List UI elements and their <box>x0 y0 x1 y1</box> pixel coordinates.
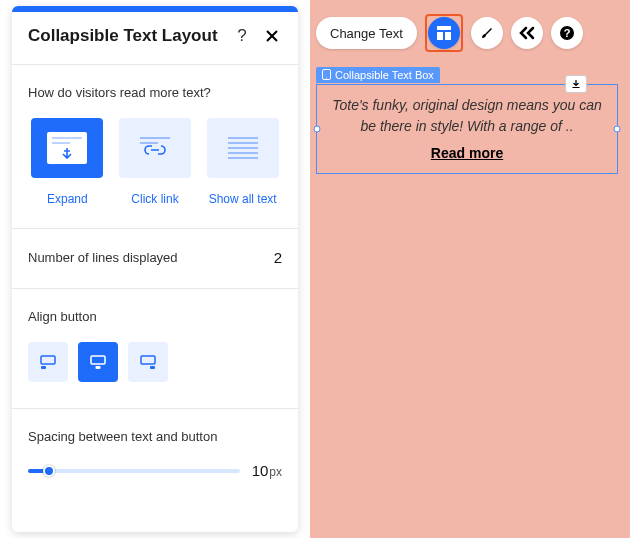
read-mode-click-link[interactable]: Click link <box>116 118 195 206</box>
svg-rect-5 <box>228 137 258 139</box>
layout-button[interactable] <box>428 17 460 49</box>
svg-rect-10 <box>41 356 55 364</box>
link-icon <box>119 118 191 178</box>
svg-rect-6 <box>228 142 258 144</box>
expand-icon <box>31 118 103 178</box>
help-icon[interactable]: ? <box>232 26 252 46</box>
svg-text:?: ? <box>563 27 570 39</box>
svg-rect-1 <box>52 137 82 139</box>
read-more-link[interactable]: Read more <box>331 145 603 161</box>
download-chip[interactable] <box>565 75 587 93</box>
align-section: Align button <box>12 289 298 408</box>
svg-rect-15 <box>150 366 155 369</box>
design-button[interactable] <box>471 17 503 49</box>
lines-section: Number of lines displayed 2 <box>12 229 298 288</box>
settings-panel: Collapsible Text Layout ? How do visitor… <box>12 6 298 532</box>
svg-rect-7 <box>228 147 258 149</box>
mode-label: Click link <box>131 192 178 206</box>
panel-header: Collapsible Text Layout ? <box>12 12 298 64</box>
component-selection-box[interactable]: Tote's funky, original design means you … <box>316 84 618 174</box>
showall-icon <box>207 118 279 178</box>
align-label: Align button <box>28 309 282 324</box>
spacing-value-wrap[interactable]: 10px <box>252 462 282 480</box>
spacing-label: Spacing between text and button <box>28 429 282 444</box>
svg-rect-16 <box>437 26 451 30</box>
svg-rect-11 <box>41 366 46 369</box>
svg-rect-12 <box>91 356 105 364</box>
design-canvas[interactable]: Change Text ? <box>310 0 630 538</box>
spacing-unit: px <box>269 465 282 479</box>
spacing-section: Spacing between text and button 10px <box>12 409 298 490</box>
spacing-slider[interactable] <box>28 469 240 473</box>
svg-rect-17 <box>437 32 443 40</box>
svg-rect-18 <box>445 32 451 40</box>
component-tag-label: Collapsible Text Box <box>335 69 434 81</box>
read-mode-section: How do visitors read more text? Expand <box>12 65 298 228</box>
svg-rect-14 <box>141 356 155 364</box>
align-options <box>28 342 282 382</box>
layout-button-highlight <box>425 14 463 52</box>
svg-rect-9 <box>228 157 258 159</box>
spacing-value: 10 <box>252 462 269 479</box>
chevrons-icon <box>518 26 536 40</box>
close-icon[interactable] <box>262 29 282 43</box>
component-text[interactable]: Tote's funky, original design means you … <box>331 95 603 137</box>
download-icon <box>571 79 581 89</box>
lines-value[interactable]: 2 <box>274 249 282 266</box>
read-mode-show-all[interactable]: Show all text <box>203 118 282 206</box>
read-mode-label: How do visitors read more text? <box>28 85 282 100</box>
brush-icon <box>479 25 495 41</box>
resize-handle-right[interactable] <box>614 126 621 133</box>
resize-handle-left[interactable] <box>314 126 321 133</box>
mode-label: Expand <box>47 192 88 206</box>
help-button[interactable]: ? <box>551 17 583 49</box>
mode-label: Show all text <box>209 192 277 206</box>
svg-rect-8 <box>228 152 258 154</box>
layout-icon <box>436 25 452 41</box>
panel-title: Collapsible Text Layout <box>28 26 222 46</box>
read-mode-options: Expand Click link <box>28 118 282 206</box>
align-left-button[interactable] <box>28 342 68 382</box>
slider-thumb[interactable] <box>43 465 55 477</box>
svg-rect-2 <box>52 142 70 144</box>
collapsible-text-component[interactable]: Collapsible Text Box Tote's funky, origi… <box>316 66 618 174</box>
svg-rect-3 <box>140 137 170 139</box>
floating-toolbar: Change Text ? <box>316 14 583 52</box>
align-right-button[interactable] <box>128 342 168 382</box>
align-center-button[interactable] <box>78 342 118 382</box>
read-mode-expand[interactable]: Expand <box>28 118 107 206</box>
animation-button[interactable] <box>511 17 543 49</box>
spacing-slider-row: 10px <box>28 462 282 480</box>
svg-point-22 <box>326 77 327 78</box>
mobile-icon <box>322 69 331 80</box>
lines-label: Number of lines displayed <box>28 250 178 265</box>
change-text-button[interactable]: Change Text <box>316 17 417 49</box>
question-icon: ? <box>559 25 575 41</box>
svg-rect-4 <box>140 142 158 144</box>
component-tag: Collapsible Text Box <box>316 67 440 83</box>
svg-rect-13 <box>96 366 101 369</box>
